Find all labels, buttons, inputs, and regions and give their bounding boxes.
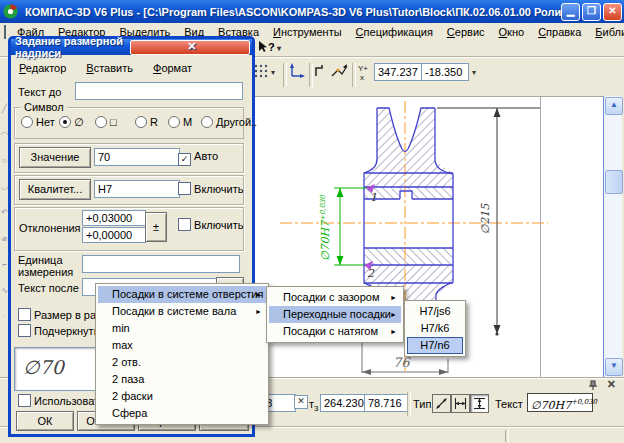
panel-close-icon[interactable]: ✕ xyxy=(607,378,616,391)
dialog-title-bar[interactable]: Задание размерной надписи ✕ xyxy=(11,39,252,55)
menu-item-interference-fits[interactable]: Посадки с натягом► xyxy=(269,323,401,340)
window-title: КОМПАС-3D V6 Plus - [C:\Program Files\AS… xyxy=(21,6,561,18)
menu-help[interactable]: Справка xyxy=(531,24,588,40)
unit-input[interactable] xyxy=(82,255,240,273)
checkbox-icon[interactable] xyxy=(18,308,31,321)
scroll-up-icon[interactable]: ▲ xyxy=(605,97,623,115)
coords-dropdown-icon[interactable]: ▾ xyxy=(472,68,476,77)
menu-item-sphere[interactable]: Сфера xyxy=(98,405,266,422)
menu-item-clearance-fits[interactable]: Посадки с зазором► xyxy=(269,289,401,306)
menu-item-2-holes[interactable]: 2 отв. xyxy=(98,354,266,371)
text-label: Текст xyxy=(495,398,523,410)
local-csys-icon[interactable] xyxy=(289,63,305,81)
submenu-arrow-icon: ► xyxy=(390,306,397,323)
quality-input[interactable]: H7 xyxy=(94,180,180,198)
minimize-icon[interactable]: ▁ xyxy=(561,3,580,21)
radio-selected-icon[interactable] xyxy=(59,116,71,128)
dialog-menu-format[interactable]: Формат xyxy=(153,62,192,74)
plus-minus-button[interactable]: ± xyxy=(145,212,167,242)
menu-specification[interactable]: Спецификация xyxy=(349,24,440,40)
symbol-radio-diameter[interactable]: ∅ xyxy=(59,116,84,129)
symbol-radio-radius[interactable]: R xyxy=(135,116,158,128)
text-after-label: Текст после xyxy=(18,282,79,294)
symbol-radio-none[interactable]: Нет xyxy=(21,116,55,128)
radio-icon[interactable] xyxy=(21,116,33,128)
fit-class-submenu: Посадки с зазором► Переходные посадки► П… xyxy=(266,286,404,343)
position-number-1: 1 xyxy=(370,191,377,204)
menu-service[interactable]: Сервис xyxy=(440,24,492,40)
statusbar-separator xyxy=(505,430,509,442)
checkbox-icon[interactable] xyxy=(178,218,191,231)
menu-item-h7js6[interactable]: H7/js6 xyxy=(407,303,463,320)
step-cursor-icon[interactable] xyxy=(314,64,328,80)
dimension-text-input[interactable]: ∅70H7+0,030 xyxy=(527,393,593,412)
point-x-input[interactable]: 264.230 xyxy=(320,394,368,412)
toolbar-separator xyxy=(283,63,287,87)
quality-include-checkbox[interactable]: Включить xyxy=(178,182,243,195)
coordinate-y-input[interactable]: -18.350 xyxy=(421,63,469,81)
dimension-preview: ∅70 xyxy=(14,347,98,391)
grid-icon[interactable] xyxy=(254,64,268,80)
toolbar-separator xyxy=(352,63,356,87)
menu-item-2-chamfers[interactable]: 2 фаски xyxy=(98,388,266,405)
coordinates-icon: Y+x xyxy=(357,63,373,83)
radio-icon[interactable] xyxy=(135,116,147,128)
radio-icon[interactable] xyxy=(168,116,180,128)
scrollbar-thumb[interactable] xyxy=(605,170,623,194)
submenu-arrow-icon: ► xyxy=(390,323,397,340)
dialog-close-icon[interactable]: ✕ xyxy=(130,40,251,55)
submenu-arrow-icon: ► xyxy=(255,286,262,303)
text-before-input[interactable] xyxy=(75,82,243,100)
menu-item-h7n6[interactable]: H7/n6 xyxy=(407,337,463,354)
symbol-radio-metric[interactable]: M xyxy=(168,116,192,128)
menu-item-max[interactable]: max xyxy=(98,337,266,354)
dropdown-arrow-icon[interactable]: ▾ xyxy=(275,44,281,53)
document-icon[interactable] xyxy=(4,25,6,39)
menu-item-transition-fits[interactable]: Переходные посадки► xyxy=(269,306,401,323)
toolbar-separator xyxy=(309,63,313,87)
dialog-menu-edit[interactable]: Редактор xyxy=(19,62,66,74)
restore-icon[interactable]: ❐ xyxy=(582,3,601,21)
type-label: Тип xyxy=(413,398,431,410)
point-y-input[interactable]: 78.716 xyxy=(364,394,408,412)
checkbox-icon[interactable] xyxy=(178,182,191,195)
close-icon[interactable]: ✕ xyxy=(603,3,622,21)
radio-icon[interactable] xyxy=(95,116,107,128)
value-button[interactable]: Значение xyxy=(19,147,91,168)
menu-libraries[interactable]: Библиотеки xyxy=(588,24,624,40)
grid-dropdown-icon[interactable]: ▾ xyxy=(271,68,275,77)
auto-checkbox[interactable]: ✓ Авто xyxy=(178,150,218,166)
pin-icon[interactable] xyxy=(588,380,598,393)
checkbox-icon[interactable] xyxy=(18,394,31,407)
dialog-menu-insert[interactable]: Вставить xyxy=(86,62,133,74)
checkbox-icon[interactable] xyxy=(18,324,31,337)
ok-button[interactable]: ОК xyxy=(16,411,74,431)
menu-item-2-slots[interactable]: 2 паза xyxy=(98,371,266,388)
deviation-upper-input[interactable]: +0,03000 xyxy=(82,210,146,226)
deviation-lower-input[interactable]: +0,00000 xyxy=(82,227,146,243)
menu-item-hole-system[interactable]: Посадки в системе отверстия► xyxy=(98,286,266,303)
scroll-down-icon[interactable]: ▼ xyxy=(605,358,623,376)
vertical-scrollbar[interactable]: ▲ ▼ xyxy=(603,96,622,377)
deviation-include-checkbox[interactable]: Включить xyxy=(178,218,243,231)
menu-item-shaft-system[interactable]: Посадки в системе вала► xyxy=(98,303,266,320)
coordinate-x-input[interactable]: 347.237 xyxy=(374,63,422,81)
symbol-radio-other[interactable]: Другой.. xyxy=(201,116,257,128)
underline-checkbox[interactable]: Подчеркнуть xyxy=(18,324,99,337)
point-lock-icon[interactable]: ✕ xyxy=(294,395,308,409)
menu-item-h7k6[interactable]: H7/k6 xyxy=(407,320,463,337)
menu-item-min[interactable]: min xyxy=(98,320,266,337)
radio-icon[interactable] xyxy=(201,116,213,128)
context-help-icon[interactable]: ? ▾ xyxy=(258,41,281,53)
horizontal-dimension-icon[interactable] xyxy=(451,394,470,413)
vertical-dimension-icon[interactable] xyxy=(470,394,489,413)
menu-window[interactable]: Окно xyxy=(492,24,532,40)
value-input[interactable]: 70 xyxy=(94,148,180,166)
angle-snap-icon[interactable] xyxy=(331,63,348,81)
outer-diameter-label: ∅215 xyxy=(479,203,492,235)
menu-tools[interactable]: Инструменты xyxy=(266,24,349,40)
symbol-radio-square[interactable]: □ xyxy=(95,116,117,128)
quality-button[interactable]: Квалитет... xyxy=(19,179,91,200)
checkbox-checked-icon[interactable]: ✓ xyxy=(178,153,191,166)
slanted-dimension-icon[interactable] xyxy=(432,394,451,413)
